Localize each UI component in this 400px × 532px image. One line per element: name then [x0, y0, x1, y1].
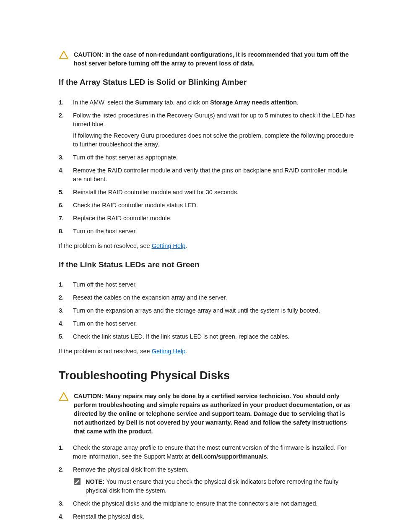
- step-text-bold: Storage Array needs attention: [210, 99, 297, 106]
- step-item: Replace the RAID controller module.: [59, 214, 356, 223]
- step-text: Check the RAID controller module status …: [73, 202, 198, 209]
- note-body: You must ensure that you check the physi…: [86, 478, 338, 494]
- step-text: Turn off the host server as appropriate.: [73, 154, 178, 161]
- step-item: Check the RAID controller module status …: [59, 201, 356, 210]
- steps-list-array-status: In the AMW, select the Summary tab, and …: [59, 98, 356, 236]
- step-text: Reinstall the physical disk.: [73, 513, 144, 520]
- step-text-mid: tab, and click on: [163, 99, 210, 106]
- step-text: Turn on the host server.: [73, 320, 137, 327]
- caution-body: In the case of non-redundant configurati…: [74, 51, 349, 67]
- note-block: NOTE: You must ensure that you check the…: [73, 477, 356, 495]
- caution-block-physical-disks: CAUTION: Many repairs may only be done b…: [59, 392, 356, 436]
- step-text: Reseat the cables on the expansion array…: [73, 294, 227, 301]
- caution-label: CAUTION:: [74, 393, 105, 399]
- closing-para-1: If the problem is not resolved, see Gett…: [59, 242, 356, 250]
- caution-triangle-icon: [59, 392, 69, 401]
- heading-array-status-led: If the Array Status LED is Solid or Blin…: [59, 76, 356, 88]
- step-item: Check the storage array profile to ensur…: [59, 443, 356, 461]
- note-pencil-icon: [73, 477, 81, 486]
- caution-block-top: CAUTION: In the case of non-redundant co…: [59, 50, 356, 68]
- heading-troubleshooting-physical-disks: Troubleshooting Physical Disks: [59, 368, 356, 384]
- step-text: Check the physical disks and the midplan…: [73, 500, 318, 507]
- step-item: In the AMW, select the Summary tab, and …: [59, 98, 356, 107]
- note-label: NOTE:: [86, 478, 106, 485]
- caution-triangle-icon: [59, 50, 69, 60]
- step-text: Turn off the host server.: [73, 281, 137, 288]
- step-text: Reinstall the RAID controller module and…: [73, 189, 239, 196]
- step-text: Check the link status LED. If the link s…: [73, 333, 290, 340]
- step-item: Reseat the cables on the expansion array…: [59, 293, 356, 302]
- step-item: Check the physical disks and the midplan…: [59, 499, 356, 508]
- step-item: Turn on the expansion arrays and the sto…: [59, 306, 356, 315]
- step-text-post: .: [297, 99, 299, 106]
- step-item: Follow the listed procedures in the Reco…: [59, 111, 356, 149]
- step-item: Remove the physical disk from the system…: [59, 465, 356, 495]
- step-item: Check the link status LED. If the link s…: [59, 332, 356, 341]
- step-item: Turn off the host server.: [59, 280, 356, 289]
- step-item: Reinstall the RAID controller module and…: [59, 188, 356, 197]
- note-text: NOTE: You must ensure that you check the…: [86, 477, 356, 495]
- step-text: Remove the RAID controller module and ve…: [73, 167, 347, 183]
- steps-list-physical-disks: Check the storage array profile to ensur…: [59, 443, 356, 521]
- heading-link-status-leds: If the Link Status LEDs are not Green: [59, 259, 356, 271]
- step-text: Replace the RAID controller module.: [73, 215, 171, 222]
- closing-post: .: [185, 243, 187, 249]
- closing-para-2: If the problem is not resolved, see Gett…: [59, 347, 356, 356]
- step-extra-text: If following the Recovery Guru procedure…: [73, 131, 356, 149]
- steps-list-link-status: Turn off the host server. Reseat the cab…: [59, 280, 356, 341]
- caution-body: Many repairs may only be done by a certi…: [74, 393, 351, 435]
- closing-pre: If the problem is not resolved, see: [59, 243, 152, 249]
- caution-text-top: CAUTION: In the case of non-redundant co…: [74, 50, 356, 68]
- caution-text-physical-disks: CAUTION: Many repairs may only be done b…: [74, 392, 356, 436]
- step-text-pre: In the AMW, select the: [73, 99, 135, 106]
- step-text-post: .: [267, 453, 269, 460]
- step-item: Remove the RAID controller module and ve…: [59, 166, 356, 184]
- step-text: Turn on the host server.: [73, 228, 137, 235]
- step-item: Turn on the host server.: [59, 319, 356, 328]
- step-text: Remove the physical disk from the system…: [73, 466, 189, 473]
- step-text: Turn on the expansion arrays and the sto…: [73, 307, 320, 314]
- step-item: Turn on the host server.: [59, 227, 356, 236]
- caution-label: CAUTION:: [74, 51, 105, 58]
- step-text-bold: dell.com/support/manuals: [192, 453, 267, 460]
- step-item: Turn off the host server as appropriate.: [59, 153, 356, 162]
- getting-help-link[interactable]: Getting Help: [152, 243, 186, 249]
- step-text-bold: Summary: [135, 99, 163, 106]
- closing-post: .: [185, 348, 187, 355]
- getting-help-link[interactable]: Getting Help: [152, 348, 186, 355]
- step-item: Reinstall the physical disk.: [59, 512, 356, 521]
- step-text: Follow the listed procedures in the Reco…: [73, 112, 356, 128]
- closing-pre: If the problem is not resolved, see: [59, 348, 152, 355]
